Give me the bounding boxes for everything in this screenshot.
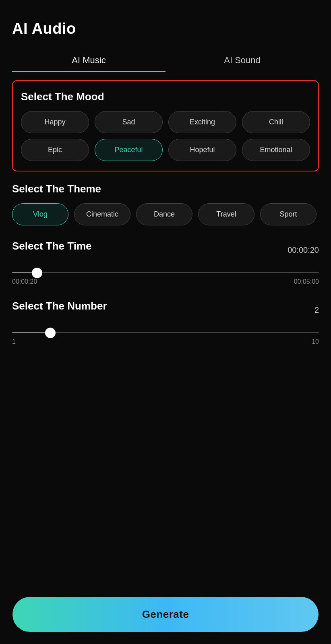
time-slider-labels: 00:00:20 00:05:00 — [12, 278, 319, 285]
mood-btn-chill[interactable]: Chill — [242, 111, 310, 133]
theme-btn-dance[interactable]: Dance — [136, 203, 192, 225]
time-current-value: 00:00:20 — [288, 246, 319, 255]
number-min-label: 1 — [12, 338, 16, 345]
generate-button[interactable]: Generate — [12, 597, 319, 632]
theme-btn-vlog[interactable]: Vlog — [12, 203, 68, 225]
tab-ai-sound[interactable]: AI Sound — [166, 50, 319, 72]
time-slider[interactable] — [12, 272, 319, 273]
theme-btn-travel[interactable]: Travel — [198, 203, 254, 225]
mood-section-title: Select The Mood — [21, 91, 310, 103]
mood-btn-happy[interactable]: Happy — [21, 111, 89, 133]
mood-grid: Happy Sad Exciting Chill Epic Peaceful H… — [21, 111, 310, 161]
number-slider-labels: 1 10 — [12, 338, 319, 345]
time-max-label: 00:05:00 — [294, 278, 319, 285]
page-title: AI Audio — [12, 20, 319, 37]
theme-section: Select The Theme Vlog Cinematic Dance Tr… — [12, 183, 319, 225]
number-current-value: 2 — [314, 305, 319, 315]
time-min-label: 00:00:20 — [12, 278, 37, 285]
tabs-container: AI Music AI Sound — [12, 50, 319, 72]
tab-ai-music[interactable]: AI Music — [12, 50, 166, 72]
number-section-title: Select The Number — [12, 300, 107, 312]
mood-btn-exciting[interactable]: Exciting — [168, 111, 236, 133]
mood-btn-peaceful[interactable]: Peaceful — [95, 139, 163, 161]
number-header-row: Select The Number 2 — [12, 300, 319, 320]
mood-btn-hopeful[interactable]: Hopeful — [168, 139, 236, 161]
time-header-row: Select The Time 00:00:20 — [12, 240, 319, 260]
generate-btn-container: Generate — [12, 597, 319, 632]
time-section: Select The Time 00:00:20 00:00:20 00:05:… — [12, 240, 319, 285]
mood-btn-epic[interactable]: Epic — [21, 139, 89, 161]
number-slider[interactable] — [12, 332, 319, 333]
number-max-label: 10 — [312, 338, 319, 345]
theme-btn-sport[interactable]: Sport — [260, 203, 317, 225]
number-section: Select The Number 2 1 10 — [12, 300, 319, 345]
theme-btn-cinematic[interactable]: Cinematic — [74, 203, 130, 225]
mood-section: Select The Mood Happy Sad Exciting Chill… — [12, 80, 319, 171]
mood-btn-sad[interactable]: Sad — [95, 111, 163, 133]
theme-section-title: Select The Theme — [12, 183, 319, 195]
time-section-title: Select The Time — [12, 240, 92, 252]
mood-btn-emotional[interactable]: Emotional — [242, 139, 310, 161]
theme-grid: Vlog Cinematic Dance Travel Sport — [12, 203, 319, 225]
